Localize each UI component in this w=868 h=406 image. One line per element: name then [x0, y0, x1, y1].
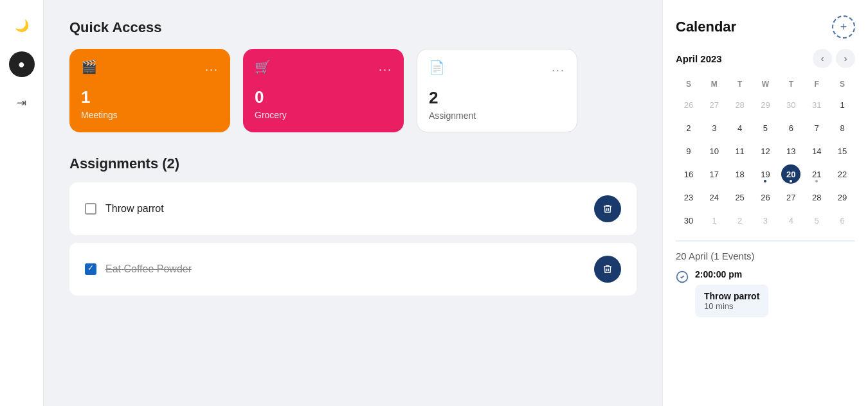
cal-day[interactable]: 6 [833, 211, 852, 230]
cal-day[interactable]: 11 [730, 141, 750, 161]
calendar-add-btn[interactable]: + [832, 15, 855, 39]
circle-icon[interactable]: ● [9, 51, 35, 77]
event-details: 2:00:00 pm Throw parrot 10 mins [695, 269, 768, 317]
cal-day-21[interactable]: 21 [807, 164, 826, 184]
cal-day[interactable]: 10 [705, 141, 724, 161]
grocery-count: 0 [255, 87, 392, 107]
assignments-title: Assignments (2) [69, 155, 637, 172]
cal-day[interactable]: 3 [705, 118, 724, 137]
throw-parrot-label: Throw parrot [105, 203, 164, 215]
events-count: (1 Events) [710, 251, 754, 261]
day-header-sat: S [829, 77, 855, 91]
cal-day[interactable]: 12 [755, 141, 775, 161]
cal-day[interactable]: 6 [781, 118, 800, 137]
cal-day[interactable]: 26 [679, 95, 698, 114]
cal-day-19[interactable]: 19 [755, 164, 775, 184]
cal-day[interactable]: 22 [833, 164, 852, 184]
cal-day[interactable]: 14 [807, 141, 826, 161]
day-header-thu: T [778, 77, 804, 91]
prev-month-btn[interactable]: ‹ [813, 49, 832, 68]
calendar-week-4: 16 17 18 19 20 21 22 [676, 164, 855, 184]
cal-day[interactable]: 27 [705, 95, 724, 114]
grocery-more-btn[interactable]: ... [379, 60, 392, 74]
assignment-item-2-left: Eat Coffee Powder [85, 263, 192, 275]
cal-day[interactable]: 18 [730, 164, 750, 184]
day-header-sun: S [676, 77, 701, 91]
throw-parrot-delete-btn[interactable] [594, 195, 621, 222]
cal-day[interactable]: 4 [781, 211, 800, 230]
cal-day[interactable]: 5 [755, 118, 775, 137]
month-nav: April 2023 ‹ › [676, 49, 855, 68]
throw-parrot-checkbox[interactable] [85, 203, 96, 215]
logout-icon[interactable]: ⇥ [9, 90, 35, 116]
cal-day[interactable]: 1 [833, 95, 852, 114]
cal-day[interactable]: 9 [679, 141, 698, 161]
eat-coffee-powder-checkbox[interactable] [85, 263, 96, 275]
grocery-card[interactable]: 🛒 ... 0 Grocery [243, 49, 404, 132]
cal-day[interactable]: 13 [781, 141, 800, 161]
cal-day[interactable]: 23 [679, 188, 698, 207]
assignment-card[interactable]: 📄 ... 2 Assignment [417, 49, 577, 132]
cal-day[interactable]: 15 [833, 141, 852, 161]
calendar-day-headers: S M T W T F S [676, 77, 855, 91]
cal-day[interactable]: 4 [730, 118, 750, 137]
cal-day[interactable]: 26 [755, 188, 775, 207]
cal-day[interactable]: 8 [833, 118, 852, 137]
cal-day[interactable]: 30 [781, 95, 800, 114]
event-item: 2:00:00 pm Throw parrot 10 mins [676, 269, 855, 317]
cal-day[interactable]: 16 [679, 164, 698, 184]
calendar-title: Calendar [676, 19, 736, 35]
trash-icon-2 [602, 264, 613, 274]
sidebar: 🌙 ● ⇥ [0, 0, 44, 406]
cal-day[interactable]: 24 [705, 188, 724, 207]
eat-coffee-powder-label: Eat Coffee Powder [105, 263, 192, 275]
meetings-card-header: 🎬 ... [81, 59, 219, 75]
grocery-card-header: 🛒 ... [255, 59, 392, 75]
cal-day-20-today[interactable]: 20 [781, 164, 800, 184]
cal-day[interactable]: 30 [679, 211, 698, 230]
cal-day[interactable]: 2 [679, 118, 698, 137]
next-month-btn[interactable]: › [836, 49, 855, 68]
day-header-tue: T [727, 77, 753, 91]
assignment-item-eat-coffee-powder: Eat Coffee Powder [69, 243, 637, 296]
assignment-label: Assignment [429, 110, 565, 121]
calendar-week-5: 23 24 25 26 27 28 29 [676, 188, 855, 207]
cal-day[interactable]: 31 [807, 95, 826, 114]
assignments-count: (2) [162, 155, 179, 172]
nav-btns: ‹ › [813, 49, 855, 68]
calendar-week-1: 26 27 28 29 30 31 1 [676, 95, 855, 114]
day-header-wed: W [753, 77, 779, 91]
cal-day[interactable]: 25 [730, 188, 750, 207]
meetings-card[interactable]: 🎬 ... 1 Meetings [69, 49, 230, 132]
calendar-header: Calendar + [676, 15, 855, 39]
main-content: Quick Access 🎬 ... 1 Meetings 🛒 ... 0 Gr… [44, 0, 662, 406]
cal-day[interactable]: 28 [730, 95, 750, 114]
trash-icon [602, 204, 613, 214]
cal-day[interactable]: 1 [705, 211, 724, 230]
day-header-fri: F [804, 77, 829, 91]
cal-day[interactable]: 27 [781, 188, 800, 207]
grocery-label: Grocery [255, 110, 392, 120]
event-time: 2:00:00 pm [695, 269, 768, 279]
grocery-icon: 🛒 [255, 59, 271, 75]
cal-day[interactable]: 29 [833, 188, 852, 207]
cal-day[interactable]: 17 [705, 164, 724, 184]
cal-day[interactable]: 3 [755, 211, 775, 230]
assignment-more-btn[interactable]: ... [552, 61, 565, 75]
eat-coffee-powder-delete-btn[interactable] [594, 256, 621, 283]
cal-day[interactable]: 5 [807, 211, 826, 230]
moon-icon[interactable]: 🌙 [9, 13, 35, 39]
day-header-mon: M [701, 77, 727, 91]
meetings-count: 1 [81, 87, 219, 107]
calendar-week-3: 9 10 11 12 13 14 15 [676, 141, 855, 161]
assignment-count: 2 [429, 88, 565, 108]
calendar-grid: S M T W T F S 26 27 28 29 30 31 1 2 3 4 … [676, 77, 855, 230]
cal-day[interactable]: 2 [730, 211, 750, 230]
cal-day[interactable]: 29 [755, 95, 775, 114]
meetings-label: Meetings [81, 110, 219, 120]
cal-day[interactable]: 7 [807, 118, 826, 137]
cal-day[interactable]: 28 [807, 188, 826, 207]
event-card: Throw parrot 10 mins [695, 285, 768, 317]
assignment-card-header: 📄 ... [429, 60, 565, 75]
meetings-more-btn[interactable]: ... [205, 60, 219, 74]
